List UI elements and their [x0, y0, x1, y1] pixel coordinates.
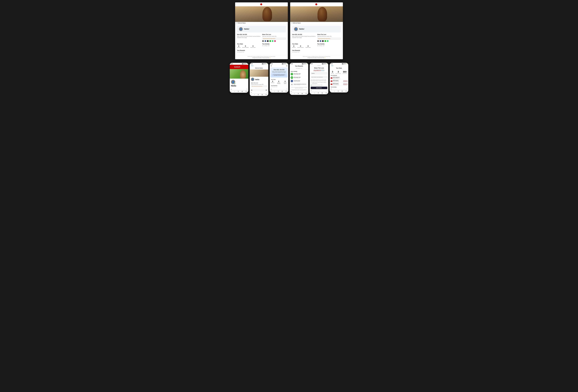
mobile-footer-links-4[interactable]: Change Email | My Stats | Powered by Ext…	[290, 89, 308, 90]
nav-menu-4[interactable]: ☰	[305, 93, 307, 94]
nav-back-4[interactable]: ‹	[291, 93, 292, 94]
battery-icon-1: 🔋	[246, 63, 247, 64]
nav-share-5[interactable]: ⬆	[318, 92, 319, 94]
activity-empty-1: No Activity Yet!	[262, 45, 286, 46]
back-label-6[interactable]: Back	[331, 65, 334, 66]
twitter-icon-1[interactable]: ✕	[267, 40, 269, 42]
aa-bar-1: aA ↺	[230, 88, 248, 90]
reload-icon-4[interactable]: ↺	[307, 91, 307, 92]
desktop-body-1: 👤 Hello! Give $15, Get $15 Refer a frien…	[235, 24, 288, 55]
stats-title-2: Your Stats	[292, 43, 316, 45]
nav-tabs-5[interactable]: ⊞	[322, 92, 323, 94]
reload-icon-2[interactable]: ↺	[267, 92, 267, 93]
reward-badge-0: $20	[331, 77, 332, 79]
text-size-icon-2[interactable]: aA	[251, 92, 252, 93]
messenger-icon-2[interactable]: m	[324, 40, 326, 42]
nav-forward-2[interactable]: ›	[254, 94, 255, 95]
nav-menu-1[interactable]: ☰	[245, 90, 247, 92]
nav-back-5[interactable]: ‹	[311, 92, 312, 94]
nav-tabs-6[interactable]: ⊞	[341, 90, 343, 92]
mobile-header-2: Referral Status	[250, 67, 268, 70]
nav-forward-3[interactable]: ›	[274, 90, 275, 92]
reload-icon-5[interactable]: ↺	[327, 90, 327, 91]
activity-icon-0: 💬	[291, 73, 293, 75]
nav-menu-6[interactable]: ☰	[345, 90, 347, 92]
url-bar-2[interactable]: https://abr-pensiue.extole.io/frmo...	[317, 38, 341, 40]
desktop-footer-2: ©2024 Your Company. All Rights Reserved.…	[290, 55, 343, 59]
social-icons-1: ✉ f ✕ m w i	[262, 40, 286, 42]
tonies-icon-1: ♪	[260, 3, 262, 5]
back-bar-2[interactable]: ‹ Back	[250, 65, 268, 67]
nav-back-2[interactable]: ‹	[251, 94, 252, 95]
back-bar-6[interactable]: ‹ Back	[330, 65, 348, 67]
redeem-button-1[interactable]: Redeem	[343, 80, 347, 82]
footer-links-1[interactable]: Change Email | My Stats | Powered by Ext…	[236, 57, 287, 58]
nav-share-1[interactable]: ⬆	[238, 90, 239, 92]
checkbox-label-5: I agree to opt-in to Your Company market…	[312, 82, 327, 84]
nav-tabs-3[interactable]: ⊞	[282, 90, 283, 92]
mobile-hello-text-1: Hello	[231, 85, 236, 87]
earned-rewards-label-1: Earned Rewards	[242, 47, 248, 48]
reload-icon-3[interactable]: ↺	[287, 88, 287, 89]
back-label-2[interactable]: Back	[251, 65, 253, 66]
verified-checkbox-5[interactable]	[311, 85, 312, 86]
desktop-header-1: ♪	[235, 2, 288, 6]
nav-menu-3[interactable]: ☰	[286, 90, 287, 92]
nav-menu-2[interactable]: ☰	[266, 94, 267, 95]
messenger-icon-1[interactable]: m	[269, 40, 271, 42]
nav-forward-6[interactable]: ›	[334, 90, 335, 92]
text-size-icon-5[interactable]: aA	[311, 90, 312, 91]
whatsapp-icon-2[interactable]: w	[327, 40, 329, 42]
footer-links-2[interactable]: Change Email | My Stats | Powered by Ext…	[291, 57, 342, 58]
nav-share-4[interactable]: ⬆	[298, 93, 299, 94]
email-input-5[interactable]	[311, 76, 327, 78]
text-size-icon-3[interactable]: aA	[271, 89, 272, 89]
nav-tabs-4[interactable]: ⊞	[302, 93, 303, 94]
rewards-section-1: Your Rewards No Rewards Yet!	[237, 50, 286, 53]
email-icon-2[interactable]: ✉	[317, 40, 319, 42]
email-icon-1[interactable]: ✉	[262, 40, 264, 42]
mail-btn-3[interactable]: ✉	[286, 65, 287, 67]
nav-back-3[interactable]: ‹	[271, 90, 272, 92]
nav-back-1[interactable]: ‹	[231, 90, 232, 92]
share-btn-3[interactable]: ⬆	[271, 65, 272, 67]
reward-info-0: $20.00 redeemed Code: CODE1512 Redeemed …	[333, 77, 347, 79]
url-bar-1[interactable]: https://abr-pensiue.extole.io/frmo...	[262, 38, 286, 40]
back-icon-2[interactable]: ‹	[251, 65, 251, 66]
checkbox-5[interactable]	[311, 82, 312, 83]
facebook-icon-2[interactable]: f	[320, 40, 321, 42]
mobile-brand-header: ♪ tonies®	[230, 65, 248, 69]
not-you-5[interactable]: Not you?	[321, 70, 324, 71]
nav-forward-4[interactable]: ›	[294, 93, 295, 94]
nav-share-2[interactable]: ⬆	[258, 94, 259, 95]
nav-forward-1[interactable]: ›	[235, 90, 235, 92]
twitter-icon-2[interactable]: ✕	[322, 40, 324, 42]
reload-icon-1[interactable]: ↺	[247, 89, 247, 90]
nav-forward-5[interactable]: ›	[314, 92, 315, 94]
status-right-6: ▌▌▌ WiFi 🔋	[342, 63, 347, 64]
facebook-icon-1[interactable]: f	[265, 40, 266, 42]
text-size-icon-4[interactable]: aA	[291, 91, 292, 92]
nav-back-6[interactable]: ‹	[331, 90, 332, 92]
send-button-5[interactable]: SEND EMAIL	[311, 87, 327, 89]
nav-tabs-1[interactable]: ⊞	[241, 90, 243, 92]
send-note-5: Send by friend to minimise email	[312, 85, 322, 86]
mail-icon-2[interactable]: ✉	[266, 89, 267, 91]
text-size-icon-1[interactable]: aA	[231, 89, 232, 90]
mobile-share-desc-2: Copy and share your custom URL	[251, 84, 267, 85]
signal-icon-5: ▌▌▌	[322, 63, 324, 64]
text-size-icon-6[interactable]: aA	[331, 88, 332, 89]
mobile-url-bar-2[interactable]: https://abr-pensiue.extole.io/frmo...	[251, 86, 267, 87]
instagram-icon-1[interactable]: i	[274, 40, 276, 42]
whatsapp-icon-1[interactable]: w	[272, 40, 273, 42]
aa-bar-5: aA ↺	[310, 90, 328, 91]
nav-share-3[interactable]: ⬆	[278, 90, 279, 92]
share-icon-2[interactable]: ⬆	[251, 89, 252, 91]
back-icon-6[interactable]: ‹	[331, 65, 331, 66]
reload-icon-6[interactable]: ↺	[347, 88, 347, 89]
redeem-button-2[interactable]: Redeem	[343, 84, 347, 85]
nav-tabs-2[interactable]: ⊞	[262, 94, 263, 95]
nav-menu-5[interactable]: ☰	[326, 92, 327, 94]
nav-share-6[interactable]: ⬆	[337, 90, 339, 92]
name-input-5[interactable]	[311, 72, 327, 74]
